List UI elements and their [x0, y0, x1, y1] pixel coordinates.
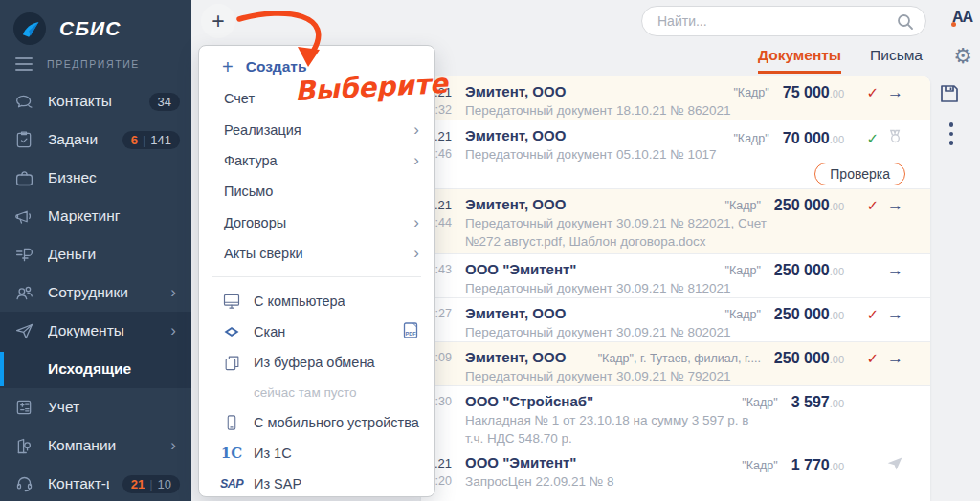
document-row[interactable]: :43 ООО "Эмитент"Передаточный документ 3…	[421, 254, 930, 298]
view-tabs: Документы Письма	[758, 47, 923, 74]
document-row[interactable]: :30 ООО "Стройснаб"Накладная № 1 от 23.1…	[421, 386, 930, 447]
sidebar-item-label: Контакт-цен	[48, 475, 109, 492]
pdf-icon: PDF	[402, 322, 419, 341]
app-title: СБИС	[59, 17, 121, 40]
amount: 3 597.00	[791, 394, 844, 411]
tab-documents[interactable]: Документы	[758, 47, 841, 74]
sidebar-item-marketing[interactable]: Маркетинг	[0, 197, 191, 235]
company-name: ООО "Эмитент"	[465, 261, 576, 277]
amount: 1 770.00	[791, 457, 844, 474]
menu-item-scan[interactable]: Скан PDF	[199, 316, 434, 347]
open-arrow-icon[interactable]: →	[887, 85, 903, 100]
check-red-icon: ✓	[866, 85, 879, 100]
company-name: Эмитент, ООО	[465, 83, 566, 99]
sidebar-item-label: Документы	[48, 322, 157, 339]
document-row[interactable]: :09 Эмитент, ОООПередаточный документ 30…	[421, 342, 930, 386]
clipboard-empty-note: сейчас там пусто	[199, 379, 434, 407]
document-row[interactable]: .21:32 Эмитент, ОООПередаточный документ…	[421, 76, 930, 120]
sidebar-item-documents[interactable]: Документы ›	[0, 312, 191, 350]
scanner-icon	[220, 322, 243, 341]
chevron-right-icon: ›	[170, 321, 176, 340]
sidebar-item-label: Задачи	[48, 131, 109, 148]
create-plus-button[interactable]: +	[201, 4, 235, 38]
sidebar-item-employees[interactable]: Сотрудники ›	[0, 273, 191, 312]
open-arrow-icon[interactable]: →	[887, 307, 903, 322]
sap-logo-icon: SAP	[220, 477, 243, 490]
save-icon[interactable]	[938, 82, 961, 109]
open-arrow-icon[interactable]: →	[887, 263, 903, 278]
document-row[interactable]: :27 Эмитент, ОООПередаточный документ 30…	[421, 298, 930, 342]
svg-text:PDF: PDF	[405, 331, 416, 337]
menu-item-from-sap[interactable]: SAP Из SAP	[199, 468, 434, 497]
tasks-icon	[13, 129, 34, 150]
monitor-icon	[220, 292, 243, 311]
menu-item-from-1c[interactable]: 1С Из 1С	[199, 438, 434, 468]
check-red-icon: ✓	[866, 198, 879, 213]
font-size-control[interactable]: АА	[952, 9, 972, 26]
submenu-chevron-icon: ›	[413, 213, 419, 232]
menu-item-factura[interactable]: Фактура›	[199, 145, 434, 176]
menu-item-contracts[interactable]: Договоры›	[199, 207, 434, 238]
clipboard-icon	[220, 354, 243, 372]
our-org-label: "Кадр"	[742, 459, 777, 472]
our-org-label: "Кадр"	[733, 132, 768, 145]
company-name: ООО "Эмитент"	[465, 454, 576, 470]
company-name: Эмитент, ООО	[465, 196, 566, 212]
more-options-icon[interactable]	[949, 122, 954, 145]
search-bar[interactable]	[641, 6, 926, 36]
submenu-chevron-icon: ›	[413, 244, 419, 263]
sent-plane-icon	[886, 455, 903, 476]
app-logo[interactable]: СБИС	[0, 0, 191, 50]
font-size-dot	[951, 22, 956, 27]
document-description: ЗапросЦен 22.09.21 № 8	[465, 472, 769, 490]
document-description: Накладная № 1 от 23.10.18 на сумму 3 597…	[465, 411, 752, 447]
sidebar-item-contact-center[interactable]: Контакт-цен 21|10	[0, 465, 191, 501]
medal-icon	[887, 128, 903, 148]
sidebar-item-money[interactable]: Деньги	[0, 235, 191, 273]
menu-header-create[interactable]: + Создать	[199, 46, 434, 83]
org-type-label: ПРЕДПРИЯТИЕ	[47, 58, 140, 70]
submenu-chevron-icon: ›	[413, 120, 419, 140]
hamburger-menu-icon[interactable]	[15, 57, 33, 71]
menu-item-from-mobile[interactable]: С мобильного устройства	[199, 407, 434, 438]
smartphone-icon	[220, 414, 243, 431]
sidebar-item-accounting[interactable]: Учет	[0, 388, 191, 426]
settings-gear-icon[interactable]: ⚙	[953, 46, 972, 67]
sidebar-item-outgoing[interactable]: Исходящие	[0, 350, 191, 388]
search-icon[interactable]	[895, 11, 916, 36]
sbis-bird-icon	[13, 12, 46, 45]
our-org-label: "Кадр"	[725, 308, 761, 321]
sidebar-item-contacts[interactable]: Контакты 34	[0, 82, 191, 120]
tab-letters[interactable]: Письма	[870, 47, 923, 71]
company-name: Эмитент, ООО	[465, 127, 566, 143]
status-badge[interactable]: Проверка	[814, 163, 905, 185]
sidebar-item-label: Маркетинг	[48, 207, 180, 225]
app-window: СБИС ПРЕДПРИЯТИЕ Контакты 34 Задачи 6|14…	[0, 0, 980, 501]
document-description: Передаточный документ 30.09.21 № 792021	[465, 367, 769, 385]
menu-item-invoice[interactable]: Счет	[199, 83, 434, 114]
menu-item-realization[interactable]: Реализация›	[199, 114, 434, 144]
document-row[interactable]: .21:44 Эмитент, ОООПередаточный документ…	[421, 189, 930, 254]
menu-item-reconciliation[interactable]: Акты сверки›	[199, 238, 434, 269]
document-description: Передаточный документ 30.09.21 № 802021	[465, 323, 769, 341]
amount: 250 000.00	[774, 306, 844, 323]
our-org-label: "Кадр"	[725, 199, 761, 212]
sidebar-item-tasks[interactable]: Задачи 6|141	[0, 120, 191, 159]
open-arrow-icon[interactable]: →	[887, 198, 903, 213]
sidebar-item-companies[interactable]: Компании ›	[0, 426, 191, 465]
menu-item-from-clipboard[interactable]: Из буфера обмена	[199, 347, 434, 378]
menu-item-letter[interactable]: Письмо	[199, 176, 434, 207]
chevron-right-icon: ›	[170, 283, 176, 302]
document-row[interactable]: .21:46 Эмитент, ОООПередаточный документ…	[421, 120, 930, 189]
plus-icon: +	[222, 57, 234, 76]
company-name: Эмитент, ООО	[465, 305, 566, 321]
sidebar: СБИС ПРЕДПРИЯТИЕ Контакты 34 Задачи 6|14…	[0, 0, 191, 501]
building-pin-icon	[13, 435, 34, 456]
search-input[interactable]	[656, 12, 891, 30]
documents-list: .21:32 Эмитент, ОООПередаточный документ…	[421, 76, 930, 501]
sidebar-item-business[interactable]: Бизнес	[0, 159, 191, 197]
open-arrow-icon[interactable]: →	[887, 351, 903, 366]
company-name: Эмитент, ООО	[465, 349, 566, 365]
menu-item-from-computer[interactable]: С компьютера	[199, 285, 434, 316]
document-row[interactable]: .21:20 ООО "Эмитент"ЗапросЦен 22.09.21 №…	[421, 447, 930, 501]
